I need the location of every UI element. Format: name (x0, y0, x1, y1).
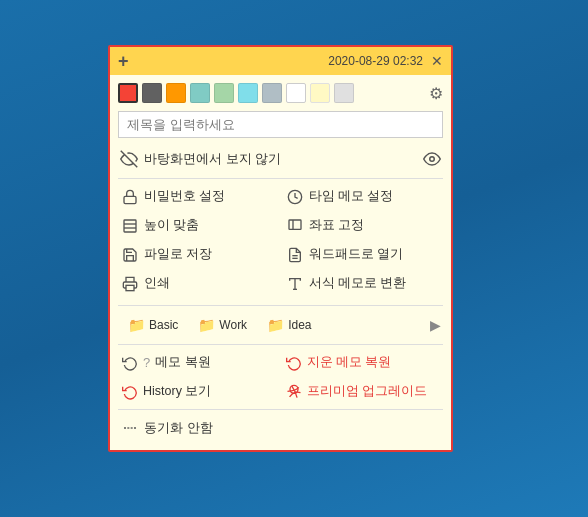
svg-rect-11 (126, 285, 134, 290)
color-palette-row: ⚙ (118, 83, 443, 103)
color-swatch-lightgray[interactable] (334, 83, 354, 103)
menu-save-file[interactable]: 파일로 저장 (118, 241, 279, 268)
restore-icon (122, 355, 138, 371)
history-label: History 보기 (143, 383, 211, 400)
sync-icon (122, 420, 138, 436)
menu-pin-label: 좌표 고정 (309, 217, 364, 234)
color-swatch-white[interactable] (286, 83, 306, 103)
divider-1 (118, 178, 443, 179)
folder-idea-icon: 📁 (267, 317, 284, 333)
menu-convert-label: 서식 메모로 변환 (309, 275, 407, 292)
lock-icon (122, 189, 138, 205)
svg-rect-2 (124, 196, 136, 203)
folder-tab-idea[interactable]: 📁 Idea (259, 314, 319, 336)
menu-time-label: 타임 메모 설정 (309, 188, 394, 205)
add-note-button[interactable]: + (118, 52, 129, 70)
menu-height-label: 높이 맞춤 (144, 217, 199, 234)
menu-height-adjust[interactable]: 높이 맞춤 (118, 212, 279, 239)
note-title-input[interactable] (118, 111, 443, 138)
divider-3 (118, 344, 443, 345)
color-swatch-dark[interactable] (142, 83, 162, 103)
hide-from-desktop-row[interactable]: 바탕화면에서 보지 않기 (118, 146, 443, 172)
save-icon (122, 247, 138, 263)
folder-tab-basic[interactable]: 📁 Basic (120, 314, 186, 336)
premium-icon (286, 384, 302, 400)
menu-open-wordpad[interactable]: 워드패드로 열기 (283, 241, 444, 268)
menu-wordpad-label: 워드패드로 열기 (309, 246, 403, 263)
delete-restore-button[interactable]: 지운 메모 복원 (282, 349, 444, 376)
color-swatch-orange[interactable] (166, 83, 186, 103)
sticky-note-window: + 2020-08-29 02:32 ✕ ⚙ (108, 45, 453, 452)
history-view-button[interactable]: History 보기 (118, 378, 280, 405)
restore-memo-button[interactable]: ? 메모 복원 (118, 349, 280, 376)
menu-password-settings[interactable]: 비밀번호 설정 (118, 183, 279, 210)
folder-tabs-row: 📁 Basic 📁 Work 📁 Idea ▶ (118, 310, 443, 340)
svg-rect-7 (289, 220, 301, 229)
menu-time-settings[interactable]: 타임 메모 설정 (283, 183, 444, 210)
menu-panel: ⚙ 바탕화면에서 보지 않기 (110, 75, 451, 450)
menu-convert-rich[interactable]: 서식 메모로 변환 (283, 270, 444, 297)
history-icon (122, 384, 138, 400)
clock-icon (287, 189, 303, 205)
resize-height-icon (122, 218, 138, 234)
divider-4 (118, 409, 443, 410)
color-swatch-lightyellow[interactable] (310, 83, 330, 103)
delete-restore-label: 지운 메모 복원 (307, 354, 392, 371)
settings-gear-button[interactable]: ⚙ (429, 84, 443, 103)
print-icon (122, 276, 138, 292)
color-swatch-green[interactable] (214, 83, 234, 103)
menu-grid: 비밀번호 설정 타임 메모 설정 높이 맞춤 (118, 183, 443, 297)
restore-memo-label: 메모 복원 (155, 354, 210, 371)
divider-2 (118, 305, 443, 306)
menu-save-label: 파일로 저장 (144, 246, 212, 263)
premium-label: 프리미엄 업그레이드 (307, 383, 427, 400)
color-swatch-bluegray[interactable] (262, 83, 282, 103)
folder-work-label: Work (219, 318, 247, 332)
eye-icon[interactable] (423, 150, 441, 168)
menu-password-label: 비밀번호 설정 (144, 188, 225, 205)
color-swatch-red[interactable] (118, 83, 138, 103)
folder-tabs-arrow[interactable]: ▶ (430, 317, 441, 333)
sync-label: 동기화 안함 (144, 419, 213, 437)
format-text-icon (287, 276, 303, 292)
eye-slash-icon (120, 150, 138, 168)
pin-icon (287, 218, 303, 234)
menu-print[interactable]: 인쇄 (118, 270, 279, 297)
datetime-label: 2020-08-29 02:32 (328, 54, 423, 68)
hide-from-desktop-label: 바탕화면에서 보지 않기 (144, 150, 281, 168)
title-bar: + 2020-08-29 02:32 ✕ (110, 47, 451, 75)
delete-restore-icon (286, 355, 302, 371)
color-swatch-teal[interactable] (190, 83, 210, 103)
svg-rect-4 (124, 220, 136, 232)
sync-row[interactable]: 동기화 안함 (118, 414, 443, 442)
restore-row: ? 메모 복원 지운 메모 복원 (118, 349, 443, 376)
document-icon (287, 247, 303, 263)
color-swatch-cyan[interactable] (238, 83, 258, 103)
folder-tab-work[interactable]: 📁 Work (190, 314, 255, 336)
menu-pin-position[interactable]: 좌표 고정 (283, 212, 444, 239)
restore-unknown-icon: ? (143, 355, 150, 370)
svg-point-1 (430, 157, 435, 162)
history-premium-row: History 보기 프리미엄 업그레이드 (118, 378, 443, 405)
folder-basic-label: Basic (149, 318, 178, 332)
folder-work-icon: 📁 (198, 317, 215, 333)
folder-idea-label: Idea (288, 318, 311, 332)
folder-basic-icon: 📁 (128, 317, 145, 333)
close-button[interactable]: ✕ (431, 53, 443, 69)
menu-print-label: 인쇄 (144, 275, 170, 292)
premium-upgrade-button[interactable]: 프리미엄 업그레이드 (282, 378, 444, 405)
